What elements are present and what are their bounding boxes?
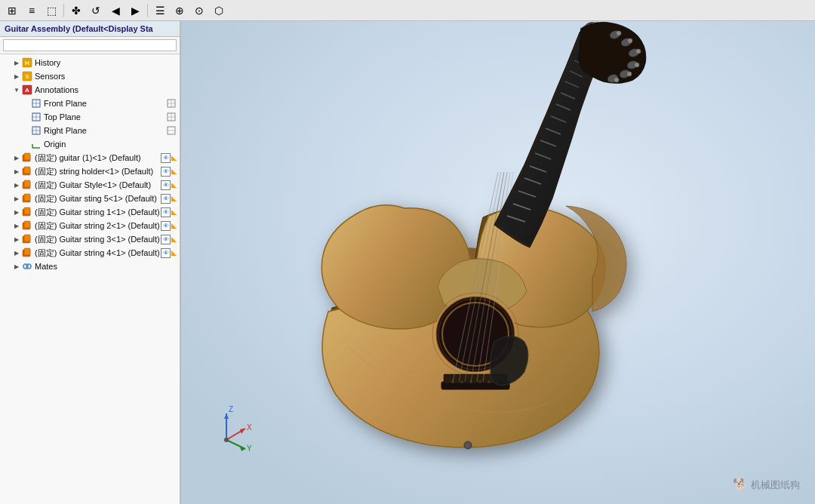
toolbar-window-btn[interactable]: ⬚ bbox=[42, 2, 60, 19]
sensors-label: Sensors bbox=[35, 72, 177, 81]
tree-item-guitar-string4[interactable]: ▶ (固定) Guitar string 4<1> (Default) 👁 bbox=[0, 246, 180, 260]
right-plane-action-icon bbox=[166, 125, 177, 136]
expand-guitar-string2-icon: ▶ bbox=[12, 223, 21, 229]
svg-text:S: S bbox=[26, 74, 29, 79]
filter-input[interactable] bbox=[3, 39, 177, 51]
sidebar-title: Guitar Assembly (Default<Display Sta bbox=[0, 21, 180, 37]
guitar-string1-eye-icon[interactable]: 👁 bbox=[161, 207, 171, 217]
toolbar-sep-2 bbox=[147, 4, 148, 17]
tree-item-guitar-sting5[interactable]: ▶ (固定) Guitar sting 5<1> (Default) 👁 bbox=[0, 192, 180, 205]
svg-rect-26 bbox=[24, 153, 30, 160]
svg-text:H: H bbox=[25, 60, 29, 66]
mates-icon bbox=[21, 260, 33, 272]
toolbar-list-btn[interactable]: ☰ bbox=[151, 2, 169, 19]
svg-text:A: A bbox=[25, 87, 29, 94]
guitar-string3-eye-icon[interactable]: 👁 bbox=[161, 235, 171, 244]
tree-item-guitar-string1[interactable]: ▶ (固定) Guitar string 1<1> (Default) 👁 bbox=[0, 205, 180, 219]
guitar1-eye-icon[interactable]: 👁 bbox=[161, 153, 171, 163]
guitar-style-actions: 👁 bbox=[161, 180, 177, 190]
toolbar-grid-btn[interactable]: ⊞ bbox=[3, 2, 21, 19]
svg-point-55 bbox=[478, 380, 481, 383]
feature-tree: ▶ H History ▶ S Sensors bbox=[0, 54, 180, 504]
toolbar-sep-1 bbox=[63, 4, 64, 17]
toolbar-circle-btn[interactable]: ⊙ bbox=[190, 2, 208, 19]
expand-guitar-string3-icon: ▶ bbox=[12, 236, 21, 243]
guitar-string2-label: (固定) Guitar string 2<1> (Default) bbox=[35, 220, 161, 232]
sensors-icon: S bbox=[21, 70, 33, 82]
toolbar-forward-btn[interactable]: ▶ bbox=[126, 2, 144, 19]
guitar-style-eye-icon[interactable]: 👁 bbox=[161, 180, 171, 190]
right-plane-label: Right Plane bbox=[44, 126, 166, 135]
svg-point-64 bbox=[464, 441, 472, 449]
expand-sensors-icon: ▶ bbox=[12, 73, 21, 80]
guitar-sting5-actions: 👁 bbox=[161, 194, 177, 204]
mates-label: Mates bbox=[35, 262, 177, 271]
history-icon: H bbox=[21, 57, 33, 69]
tree-item-origin[interactable]: Origin bbox=[0, 137, 180, 151]
watermark-text: 机械图纸狗 bbox=[751, 478, 800, 492]
guitar-3d-view: Z X Y bbox=[181, 21, 815, 504]
svg-point-89 bbox=[635, 63, 639, 67]
origin-icon bbox=[30, 138, 42, 150]
toolbar-add-btn[interactable]: ⊕ bbox=[171, 2, 189, 19]
guitar-svg: Z X Y bbox=[181, 21, 815, 504]
guitar-string3-label: (固定) Guitar string 3<1> (Default) bbox=[35, 234, 161, 245]
history-label: History bbox=[35, 58, 177, 67]
guitar1-icon bbox=[21, 152, 33, 164]
svg-text:Y: Y bbox=[247, 444, 252, 453]
toolbar-back-btn[interactable]: ◀ bbox=[106, 2, 125, 19]
guitar-sting5-flag-icon bbox=[171, 196, 177, 201]
tree-item-front-plane[interactable]: Front Plane bbox=[0, 97, 180, 110]
front-plane-action-icon bbox=[166, 98, 177, 109]
svg-text:Z: Z bbox=[229, 405, 233, 413]
watermark: 🐕 机械图纸狗 bbox=[733, 478, 800, 492]
tree-item-guitar-style[interactable]: ▶ (固定) Guitar Style<1> (Default) 👁 bbox=[0, 178, 180, 192]
tree-item-mates[interactable]: ▶ Mates bbox=[0, 260, 180, 273]
guitar-string4-icon bbox=[21, 247, 33, 259]
expand-history-icon: ▶ bbox=[12, 60, 21, 66]
tree-item-string-holder[interactable]: ▶ (固定) string holder<1> (Default) 👁 bbox=[0, 164, 180, 178]
guitar-string2-eye-icon[interactable]: 👁 bbox=[161, 221, 171, 231]
front-plane-icon bbox=[30, 97, 42, 109]
toolbar-undo-btn[interactable]: ↺ bbox=[87, 2, 105, 19]
string-holder-actions: 👁 bbox=[161, 167, 177, 177]
tree-item-right-plane[interactable]: Right Plane bbox=[0, 124, 180, 137]
guitar-string2-flag-icon bbox=[171, 223, 177, 229]
tree-item-top-plane[interactable]: Top Plane bbox=[0, 110, 180, 124]
tree-item-guitar-string2[interactable]: ▶ (固定) Guitar string 2<1> (Default) 👁 bbox=[0, 219, 180, 232]
expand-guitar-style-icon: ▶ bbox=[12, 182, 21, 189]
guitar-string4-label: (固定) Guitar string 4<1> (Default) bbox=[35, 247, 161, 259]
svg-point-42 bbox=[26, 264, 31, 269]
toolbar-hex-btn[interactable]: ⬡ bbox=[210, 2, 228, 19]
string-holder-label: (固定) string holder<1> (Default) bbox=[35, 166, 161, 177]
expand-guitar1-icon: ▶ bbox=[12, 155, 21, 161]
svg-point-88 bbox=[636, 49, 641, 54]
viewport[interactable]: Z X Y 🐕 机械图纸狗 bbox=[181, 21, 815, 504]
svg-point-87 bbox=[628, 38, 632, 43]
guitar-sting5-label: (固定) Guitar sting 5<1> (Default) bbox=[35, 193, 161, 204]
guitar1-flag-icon bbox=[171, 155, 177, 161]
toolbar-menu-btn[interactable]: ≡ bbox=[23, 2, 41, 19]
guitar-string4-eye-icon[interactable]: 👁 bbox=[161, 248, 171, 258]
expand-string-holder-icon: ▶ bbox=[12, 168, 21, 175]
string-holder-eye-icon[interactable]: 👁 bbox=[161, 167, 171, 177]
tree-item-annotations[interactable]: ▼ A Annotations bbox=[0, 83, 180, 97]
tree-item-guitar1[interactable]: ▶ (固定) guitar (1)<1> (Default) 👁 bbox=[0, 151, 180, 164]
toolbar-move-btn[interactable]: ✤ bbox=[67, 2, 85, 19]
tree-item-history[interactable]: ▶ H History bbox=[0, 56, 180, 69]
guitar-string4-flag-icon bbox=[171, 250, 177, 256]
string-holder-flag-icon bbox=[171, 169, 177, 174]
top-plane-action-icon bbox=[166, 112, 177, 122]
tree-item-guitar-string3[interactable]: ▶ (固定) Guitar string 3<1> (Default) 👁 bbox=[0, 232, 180, 246]
guitar-string3-actions: 👁 bbox=[161, 235, 177, 244]
svg-rect-36 bbox=[24, 221, 30, 228]
svg-rect-30 bbox=[24, 180, 30, 187]
top-plane-label: Top Plane bbox=[44, 112, 166, 121]
right-plane-icon bbox=[30, 124, 42, 137]
expand-guitar-sting5-icon: ▶ bbox=[12, 195, 21, 202]
tree-item-sensors[interactable]: ▶ S Sensors bbox=[0, 69, 180, 83]
guitar1-label: (固定) guitar (1)<1> (Default) bbox=[35, 152, 161, 164]
guitar-sting5-eye-icon[interactable]: 👁 bbox=[161, 194, 171, 204]
svg-point-91 bbox=[614, 78, 619, 82]
svg-point-101 bbox=[224, 438, 229, 442]
